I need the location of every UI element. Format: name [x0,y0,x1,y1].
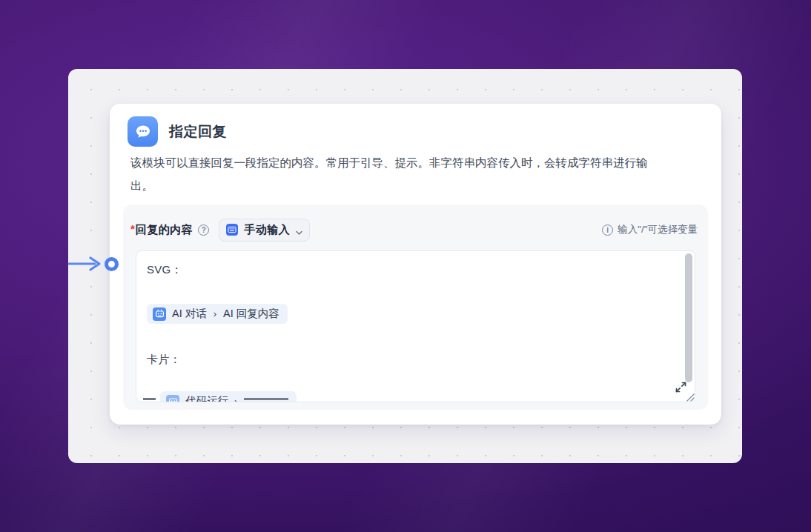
question-circle-icon[interactable]: ? [198,225,209,236]
editor-scrollbar-thumb[interactable] [685,253,692,382]
required-asterisk: * [130,222,135,235]
reply-content-editor[interactable]: SVG： AI 对话 › AI 回复内 [136,250,695,402]
chip-node-name: AI 对话 [172,307,207,321]
robot-icon [153,307,166,321]
editor-line-card: 卡片： [147,353,695,367]
chip-node-name: 代码运行 [185,394,228,402]
variable-hint-text: 输入"/"可选择变量 [618,223,698,236]
editor-line-svg: SVG： [147,263,695,277]
node-header: 指定回复 [128,116,227,147]
node-card-reply[interactable]: 指定回复 该模块可以直接回复一段指定的内容。常用于引导、提示。非字符串内容传入时… [110,104,721,425]
chip-output-name: AI 回复内容 [223,307,279,321]
field-label: 回复的内容 [136,223,193,237]
chip-separator: › [234,396,238,403]
resize-grip-icon[interactable] [684,391,695,402]
editor-clipped-line: 代码运行 › [143,391,695,402]
variable-chip-code-run[interactable]: 代码运行 › [160,391,297,402]
variable-chip-ai-reply[interactable]: AI 对话 › AI 回复内容 [147,304,288,324]
input-mode-selected: 手动输入 [244,223,290,237]
info-circle-icon: i [602,225,613,236]
variable-hint: i 输入"/"可选择变量 [602,223,698,236]
clipped-text-fragment [244,398,288,402]
node-description: 该模块可以直接回复一段指定的内容。常用于引导、提示。非字符串内容传入时，会转成字… [130,151,666,197]
robot-icon [166,395,179,403]
connection-edge [67,255,108,273]
flow-canvas[interactable]: 指定回复 该模块可以直接回复一段指定的内容。常用于引导、提示。非字符串内容传入时… [68,69,742,463]
keyboard-icon [226,224,238,236]
clipped-text-fragment [143,398,156,402]
node-input-handle[interactable] [105,257,119,271]
field-header: * 回复的内容 ? 手动输入 [130,218,698,242]
chip-separator: › [213,308,217,319]
select-chevrons-icon [296,225,302,235]
node-title: 指定回复 [169,122,227,142]
chat-bubble-icon [128,116,158,147]
reply-content-panel: * 回复的内容 ? 手动输入 [123,205,708,410]
input-mode-select[interactable]: 手动输入 [219,219,310,242]
